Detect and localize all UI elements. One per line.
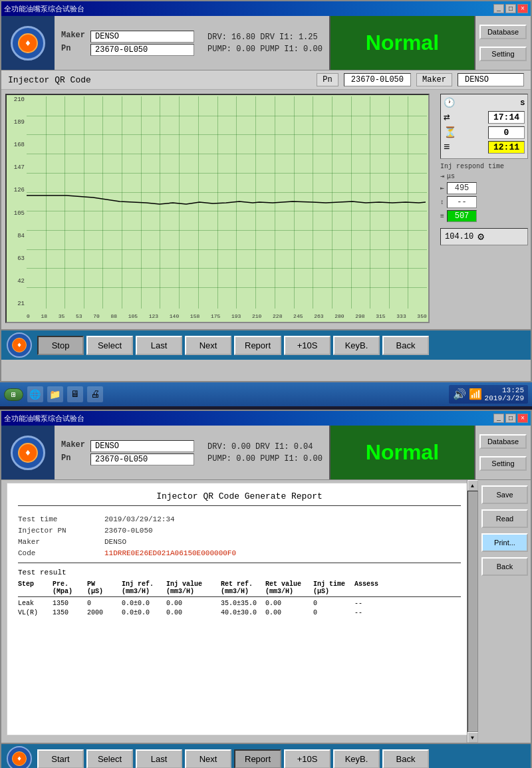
inj-unit: μs — [447, 173, 455, 180]
taskbar-icon-printer[interactable]: 🖨 — [87, 386, 103, 402]
report-title: Injector QR Code Generate Report — [18, 491, 461, 506]
logo-area-2: ♦ — [1, 426, 55, 479]
save-button[interactable]: Save — [481, 485, 528, 504]
drv-i1-label-2: DRV I1: — [255, 442, 289, 451]
minimize-button-1[interactable]: _ — [493, 4, 504, 13]
drv-value-2: 0.00 — [231, 442, 251, 451]
last-button-2[interactable]: Last — [136, 749, 182, 769]
plus10s-button-1[interactable]: +10S — [284, 336, 331, 355]
taskbar: ⊞ 🌐 📁 🖥 🖨 🔊 📶 13:25 2019/3/29 — [0, 382, 532, 406]
th-pw: PW(μS) — [87, 580, 120, 595]
time-row-1: ⇄ 17:14 — [444, 110, 525, 124]
th-assess: Assess — [354, 580, 391, 595]
qr-maker-label-1: Maker — [416, 73, 452, 86]
time-val-3: 12:11 — [488, 141, 525, 154]
drv-i1-value-2: 0.04 — [294, 442, 313, 451]
read-button[interactable]: Read — [481, 509, 528, 528]
td-vlr-ret-val: 0.00 — [265, 609, 312, 616]
maximize-button-1[interactable]: □ — [505, 4, 516, 13]
maker-value-1: DENSO — [90, 31, 194, 43]
pump-row-2: PUMP: 0.00 PUMP I1: 0.00 — [207, 454, 323, 463]
plus10s-button-2[interactable]: +10S — [284, 749, 331, 769]
pump-value-2: 0.00 — [236, 454, 255, 463]
qr-row-1: Injector QR Code Pn 23670-0L050 Maker DE… — [1, 70, 531, 90]
info-block-1: Maker DENSO Pn 23670-0L050 — [55, 16, 201, 70]
injector-pn-label: Injector PN — [18, 527, 98, 535]
minimize-button-2[interactable]: _ — [493, 414, 504, 423]
x-label-228: 228 — [273, 313, 282, 319]
table-row-vlr: VL(R) 1350 2000 0.0±0.0 0.00 40.0±30.0 0… — [18, 609, 461, 616]
y-label-147: 147 — [7, 164, 27, 171]
start-button-2[interactable]: Start — [37, 749, 84, 769]
status-block-1: Normal — [329, 16, 475, 70]
x-label-53: 53 — [76, 313, 82, 319]
scroll-up-arrow[interactable]: ▲ — [467, 480, 478, 491]
database-button-1[interactable]: Database — [479, 25, 527, 39]
database-button-2[interactable]: Database — [479, 434, 527, 449]
back-button-side[interactable]: Back — [481, 557, 528, 576]
y-label-84: 84 — [7, 233, 27, 239]
close-button-2[interactable]: × — [517, 414, 528, 423]
panel-2: 全功能油嘴泵综合试验台 _ □ × ♦ Maker DENSO Pn 23670… — [0, 410, 532, 768]
side-panel-1: 🕐 S ⇄ 17:14 ⏳ 0 ≡ 12:11 Inj respond time — [438, 90, 531, 329]
maximize-button-2[interactable]: □ — [505, 414, 516, 423]
print-button[interactable]: Print... — [481, 533, 528, 552]
toolbar-1: ♦ Stop Select Last Next Report +10S KeyB… — [1, 329, 531, 360]
report-button-1[interactable]: Report — [234, 336, 281, 355]
report-main: Injector QR Code Generate Report Test ti… — [1, 480, 477, 743]
back-button-1[interactable]: Back — [382, 336, 429, 355]
th-pre: Pre.(Mpa) — [53, 580, 86, 595]
td-vlr-assess: -- — [354, 609, 391, 616]
start-button[interactable]: ⊞ — [4, 388, 23, 401]
window-controls-2: _ □ × — [493, 414, 528, 423]
next-button-1[interactable]: Next — [185, 336, 231, 355]
scroll-down-arrow[interactable]: ▼ — [467, 732, 478, 743]
report-field-pn: Injector PN 23670-0L050 — [18, 527, 461, 535]
x-label-193: 193 — [231, 313, 241, 319]
th-inj-ref: Inj ref.(mm3/H) — [122, 580, 165, 595]
y-label-189: 189 — [7, 119, 27, 126]
report-content: Injector QR Code Generate Report Test ti… — [7, 483, 472, 735]
select-button-1[interactable]: Select — [86, 336, 133, 355]
network-icon: 📶 — [469, 388, 482, 401]
funnel-icon: ⏳ — [444, 126, 457, 139]
status-block-2: Normal — [329, 426, 475, 479]
next-button-2[interactable]: Next — [185, 749, 231, 769]
toolbar-logo-2: ♦ — [7, 746, 32, 768]
setting-button-1[interactable]: Setting — [479, 47, 527, 61]
x-label-333: 333 — [396, 313, 406, 319]
toolbar-logo-inner-2: ♦ — [12, 751, 27, 766]
y-label-168: 168 — [7, 142, 27, 148]
th-ret-ref: Ret ref.(mm3/H) — [221, 580, 264, 595]
report-divider — [18, 563, 461, 563]
td-vlr-inj-time: 0 — [313, 609, 353, 616]
right-buttons-1: Database Setting — [475, 16, 531, 70]
scroll-track[interactable] — [467, 491, 478, 732]
drv-block-2: DRV: 0.00 DRV I1: 0.04 PUMP: 0.00 PUMP I… — [201, 426, 329, 479]
taskbar-icon-ie[interactable]: 🌐 — [27, 386, 43, 402]
pn-label-2: Pn — [61, 453, 85, 465]
close-button-1[interactable]: × — [517, 4, 528, 13]
s-label: S — [520, 99, 525, 107]
logo-area-1: ♦ — [1, 16, 55, 70]
y-label-210: 210 — [7, 96, 27, 103]
setting-button-2[interactable]: Setting — [479, 456, 527, 471]
keyb-button-1[interactable]: KeyB. — [333, 336, 380, 355]
code-label: Code — [18, 549, 98, 557]
td-leak-assess: -- — [354, 600, 391, 607]
drv-i1-label-1: DRV I1: — [260, 33, 293, 42]
keyb-button-2[interactable]: KeyB. — [333, 749, 380, 769]
taskbar-icon-monitor[interactable]: 🖥 — [67, 386, 83, 402]
back-button-2[interactable]: Back — [382, 749, 429, 769]
report-scrollbar: ▲ ▼ — [467, 480, 477, 743]
stop-button-1[interactable]: Stop — [37, 336, 84, 355]
drv-value-1: 16.80 — [231, 33, 255, 42]
taskbar-icon-folder[interactable]: 📁 — [47, 386, 63, 402]
y-label-63: 63 — [7, 255, 27, 262]
report-button-2[interactable]: Report — [234, 749, 281, 769]
last-button-1[interactable]: Last — [136, 336, 182, 355]
td-leak-pre: 1350 — [53, 600, 86, 607]
time-display-1: 🕐 S ⇄ 17:14 ⏳ 0 ≡ 12:11 — [440, 94, 528, 159]
header-area-2: ♦ Maker DENSO Pn 23670-0L050 DRV: 0.00 D… — [1, 426, 531, 480]
select-button-2[interactable]: Select — [86, 749, 133, 769]
